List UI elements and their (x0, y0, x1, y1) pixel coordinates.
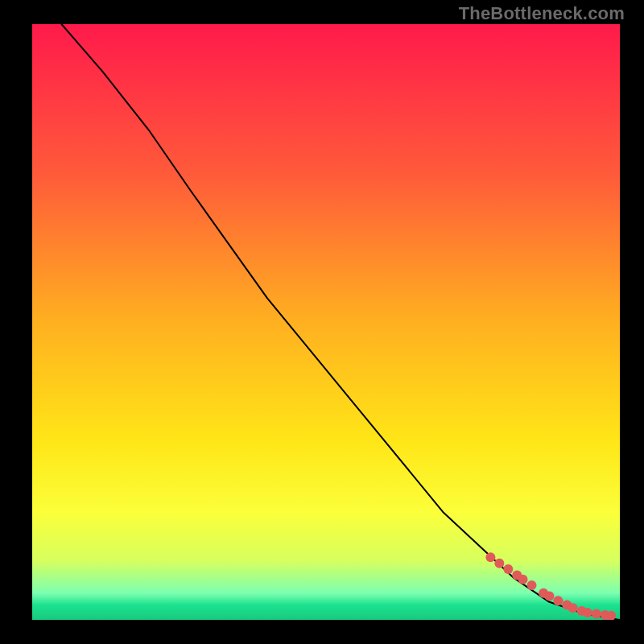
scatter-point (518, 575, 528, 584)
scatter-point (494, 559, 504, 568)
scatter-point (527, 580, 537, 590)
watermark-label: TheBottleneck.com (459, 3, 625, 24)
plot-area (32, 24, 620, 620)
chart-svg (32, 24, 620, 620)
scatter-point (583, 608, 592, 617)
scatter-point (503, 564, 513, 574)
scatter-point (592, 609, 601, 619)
scatter-point (568, 603, 578, 613)
scatter-point (544, 591, 554, 601)
scatter-point (553, 596, 563, 605)
scatter-point (485, 552, 495, 562)
chart-container: TheBottleneck.com (0, 0, 644, 644)
gradient-background (32, 24, 620, 620)
